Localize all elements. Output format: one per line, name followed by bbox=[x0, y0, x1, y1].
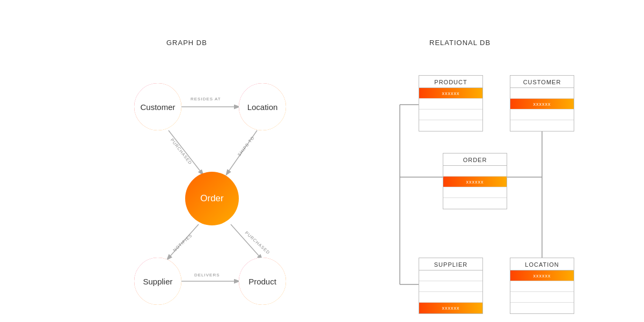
customer-node: Customer bbox=[134, 83, 181, 130]
product-row-3 bbox=[419, 109, 482, 120]
supplier-table-title: SUPPLIER bbox=[419, 258, 482, 270]
order-table-title: ORDER bbox=[443, 153, 507, 166]
supplier-row-3 bbox=[419, 292, 482, 303]
ships-to-label: SHIPS TO bbox=[237, 135, 255, 157]
product-node: Product bbox=[239, 258, 286, 305]
location-table: LOCATION xxxxxx bbox=[510, 258, 574, 314]
delivers-label: DELIVERS bbox=[194, 273, 220, 277]
graph-db-diagram: RESIDES AT PURCHASED SHIPS TO NOTIFIES P… bbox=[54, 54, 333, 306]
customer-highlight-row: xxxxxx bbox=[510, 99, 574, 109]
location-table-title: LOCATION bbox=[510, 258, 574, 270]
graph-db-title: GRAPH DB bbox=[166, 39, 207, 47]
order-table: ORDER xxxxxx bbox=[443, 153, 507, 209]
purchased-label-1: PURCHASED bbox=[170, 137, 193, 165]
customer-table: CUSTOMER xxxxxx bbox=[510, 75, 574, 131]
product-table-title: PRODUCT bbox=[419, 76, 482, 88]
location-node: Location bbox=[239, 83, 286, 130]
svg-line-2 bbox=[169, 130, 203, 174]
location-row-2 bbox=[510, 281, 574, 292]
notifies-label: NOTIFIES bbox=[172, 233, 193, 253]
product-highlight-row: xxxxxx bbox=[419, 88, 482, 99]
order-row-1 bbox=[443, 166, 507, 177]
order-row-4 bbox=[443, 198, 507, 209]
supplier-table: SUPPLIER xxxxxx bbox=[419, 258, 483, 314]
customer-row-1 bbox=[510, 88, 574, 99]
purchased-label-2: PURCHASED bbox=[244, 230, 271, 255]
order-row-3 bbox=[443, 187, 507, 198]
customer-table-title: CUSTOMER bbox=[510, 76, 574, 88]
supplier-highlight-row: xxxxxx bbox=[419, 303, 482, 313]
order-node: Order bbox=[185, 172, 239, 225]
resides-at-label: RESIDES AT bbox=[191, 97, 221, 101]
product-table: PRODUCT xxxxxx bbox=[419, 75, 483, 131]
customer-row-4 bbox=[510, 120, 574, 131]
product-row-4 bbox=[419, 120, 482, 131]
location-highlight-row: xxxxxx bbox=[510, 270, 574, 281]
customer-row-3 bbox=[510, 109, 574, 120]
supplier-node: Supplier bbox=[134, 258, 181, 305]
location-row-4 bbox=[510, 303, 574, 313]
relational-db-diagram: PRODUCT xxxxxx CUSTOMER xxxxxx ORDER xxx… bbox=[365, 54, 623, 306]
relational-db-title: RELATIONAL DB bbox=[429, 39, 491, 47]
supplier-row-2 bbox=[419, 281, 482, 292]
supplier-row-1 bbox=[419, 270, 482, 281]
location-row-3 bbox=[510, 292, 574, 303]
product-row-2 bbox=[419, 99, 482, 109]
order-highlight-row: xxxxxx bbox=[443, 177, 507, 187]
